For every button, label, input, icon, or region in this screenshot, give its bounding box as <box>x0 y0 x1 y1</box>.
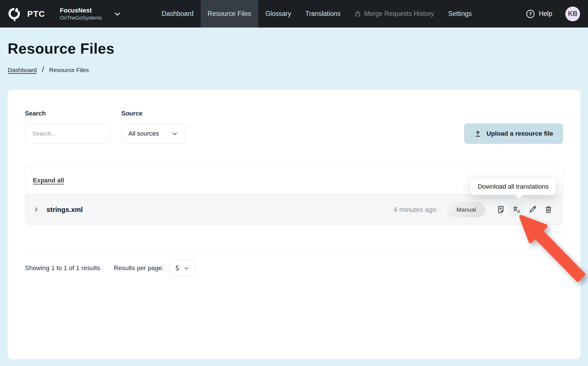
source-badge-label: Manual <box>456 206 476 213</box>
avatar-initials: KB <box>568 10 577 18</box>
results-per-page-value: 5 <box>175 264 179 272</box>
page-content: Resource Files Dashboard / Resource File… <box>0 40 588 359</box>
nav-item-merge-requests-history: Merge Requests History <box>348 0 441 28</box>
nav-item-settings[interactable]: Settings <box>441 0 479 28</box>
breadcrumb: Dashboard / Resource Files <box>8 66 580 74</box>
svg-text:A: A <box>517 209 520 214</box>
notes-icon <box>496 205 505 214</box>
lock-icon <box>355 10 361 17</box>
nav-item-resource-files[interactable]: Resource Files <box>201 0 258 28</box>
user-avatar[interactable]: KB <box>565 7 580 21</box>
breadcrumb-separator: / <box>42 65 44 74</box>
help-question-icon: ? <box>526 9 535 18</box>
help-button[interactable]: ? Help <box>526 9 552 18</box>
ptc-logo-icon <box>8 6 21 22</box>
row-icon-buttons: A <box>494 203 555 217</box>
svg-text:?: ? <box>529 11 532 17</box>
files-table: Expand all strings.xml 4 minutes ago Man… <box>25 166 563 225</box>
filters-row: Search Source All sources <box>25 110 563 144</box>
file-row-actions: 4 minutes ago Manual <box>394 202 555 217</box>
results-per-page-group: Results per page: 5 <box>114 260 195 277</box>
nav-right-cluster: ? Help KB <box>526 7 580 21</box>
top-navbar: PTC FocusNest OnTheGoSystems Dashboard R… <box>0 0 588 28</box>
delete-button[interactable] <box>542 203 555 217</box>
org-company-name: OnTheGoSystems <box>60 15 102 21</box>
source-select-value: All sources <box>128 130 159 137</box>
brand-name: PTC <box>27 9 45 19</box>
search-input[interactable] <box>25 123 111 144</box>
search-label: Search <box>25 110 111 117</box>
results-summary: Showing 1 to 1 of 1 results <box>25 264 100 272</box>
results-bar: Showing 1 to 1 of 1 results Results per … <box>25 260 563 277</box>
resource-files-card: Search Source All sources <box>8 90 580 359</box>
page-title: Resource Files <box>8 40 580 57</box>
source-badge: Manual <box>447 202 485 217</box>
notes-button[interactable] <box>494 203 507 217</box>
file-row[interactable]: strings.xml 4 minutes ago Manual <box>25 194 563 225</box>
file-updated-time: 4 minutes ago <box>394 206 436 214</box>
delete-trash-icon <box>544 205 553 214</box>
nav-item-label: Resource Files <box>208 10 251 18</box>
main-nav: Dashboard Resource Files Glossary Transl… <box>155 0 479 28</box>
org-switcher[interactable]: FocusNest OnTheGoSystems <box>60 7 121 21</box>
upload-resource-file-button[interactable]: Upload a resource file <box>464 123 563 144</box>
chevron-right-icon[interactable] <box>33 206 39 213</box>
source-label: Source <box>121 110 185 117</box>
edit-button[interactable] <box>526 203 539 217</box>
nav-item-translations[interactable]: Translations <box>298 0 348 28</box>
upload-button-label: Upload a resource file <box>487 130 553 137</box>
app-logo[interactable]: PTC <box>8 6 45 22</box>
tooltip-text: Download all translations <box>478 183 549 190</box>
help-label: Help <box>539 10 552 18</box>
breadcrumb-dashboard-link[interactable]: Dashboard <box>8 67 37 73</box>
nav-item-dashboard[interactable]: Dashboard <box>155 0 201 28</box>
chevron-down-icon <box>172 131 178 137</box>
edit-pencil-icon <box>528 205 537 214</box>
nav-item-label: Merge Requests History <box>364 10 434 18</box>
nav-item-glossary[interactable]: Glossary <box>258 0 298 28</box>
tooltip-download-all-translations: Download all translations <box>471 178 556 195</box>
source-field-group: Source All sources <box>121 110 185 144</box>
download-translations-icon: A <box>512 205 521 214</box>
org-team-name: FocusNest <box>60 7 102 14</box>
breadcrumb-current: Resource Files <box>49 67 89 73</box>
results-per-page-label: Results per page: <box>114 264 164 272</box>
file-name: strings.xml <box>46 206 83 214</box>
nav-item-label: Settings <box>448 10 472 18</box>
source-select[interactable]: All sources <box>121 123 185 144</box>
chevron-down-icon <box>114 10 121 18</box>
app-root: PTC FocusNest OnTheGoSystems Dashboard R… <box>0 0 588 366</box>
upload-icon <box>474 130 482 138</box>
nav-item-label: Dashboard <box>162 10 194 18</box>
nav-item-label: Translations <box>305 10 340 18</box>
chevron-down-icon <box>183 265 189 271</box>
download-translations-button[interactable]: A <box>510 203 523 217</box>
results-per-page-select[interactable]: 5 <box>170 260 196 277</box>
expand-all-link[interactable]: Expand all <box>33 177 64 184</box>
footer-divider <box>25 248 563 248</box>
nav-item-label: Glossary <box>265 10 291 18</box>
search-field-group: Search <box>25 110 111 144</box>
